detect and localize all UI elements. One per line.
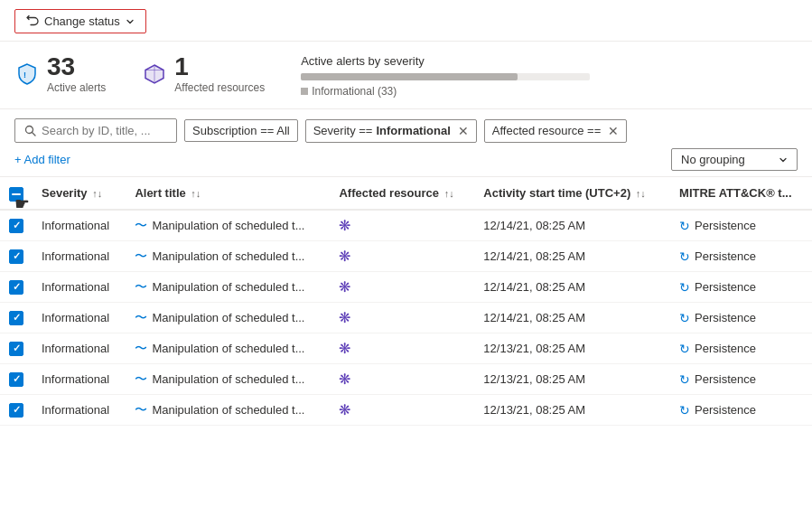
mitre-icon: ↻ (679, 372, 690, 387)
affected-resource-cell[interactable]: ❋ (330, 272, 474, 303)
affected-resource-filter-label: Affected resource == (492, 124, 601, 137)
grouping-dropdown[interactable]: No grouping (671, 148, 798, 171)
row-checkbox[interactable] (9, 280, 23, 295)
affected-resource-cell[interactable]: ❋ (330, 364, 474, 395)
alerts-table-container: ☛ Severity ↑↓ Alert title ↑↓ Affected re… (0, 177, 812, 426)
select-all-checkbox[interactable] (9, 187, 23, 202)
mitre-cell[interactable]: ↻Persistence (670, 272, 812, 303)
affected-resource-cell[interactable]: ❋ (330, 303, 474, 333)
row-select-cell[interactable] (0, 241, 33, 272)
mitre-cell[interactable]: ↻Persistence (670, 210, 812, 241)
row-select-cell[interactable] (0, 364, 33, 395)
alert-title-sort-icon: ↑↓ (191, 188, 201, 199)
row-select-cell[interactable] (0, 333, 33, 364)
alert-title-cell[interactable]: 〜Manipulation of scheduled t... (126, 395, 330, 426)
search-input[interactable] (42, 124, 159, 137)
row-select-cell[interactable] (0, 395, 33, 426)
severity-column-header[interactable]: Severity ↑↓ (33, 177, 126, 210)
waveform-icon: 〜 (135, 371, 147, 388)
active-alerts-label: Active alerts (47, 81, 106, 94)
severity-sort-icon: ↑↓ (92, 188, 102, 199)
waveform-icon: 〜 (135, 249, 147, 265)
search-box[interactable] (14, 118, 177, 143)
severity-chart: Active alerts by severity Informational … (301, 54, 798, 98)
mitre-cell[interactable]: ↻Persistence (670, 333, 812, 364)
activity-start-column-header[interactable]: Activity start time (UTC+2) ↑↓ (474, 177, 670, 210)
table-row[interactable]: Informational〜Manipulation of scheduled … (0, 395, 812, 426)
affected-resource-filter-close[interactable]: ✕ (608, 124, 619, 138)
affected-resource-column-header[interactable]: Affected resource ↑↓ (330, 177, 474, 210)
waveform-icon: 〜 (135, 310, 147, 326)
activity-start-header-label: Activity start time (UTC+2) (483, 186, 630, 200)
table-body: Informational〜Manipulation of scheduled … (0, 210, 812, 426)
table-row[interactable]: Informational〜Manipulation of scheduled … (0, 364, 812, 395)
resource-icon: ❋ (339, 279, 350, 295)
table-row[interactable]: Informational〜Manipulation of scheduled … (0, 210, 812, 241)
row-checkbox[interactable] (9, 372, 23, 387)
alert-title-cell[interactable]: 〜Manipulation of scheduled t... (126, 272, 330, 303)
row-checkbox[interactable] (9, 311, 23, 325)
grouping-chevron-icon (779, 155, 788, 164)
alert-title-text: Manipulation of scheduled t... (152, 249, 304, 263)
add-filter-button[interactable]: + Add filter (14, 153, 70, 166)
severity-filter-value: Informational (376, 124, 450, 137)
row-select-cell[interactable] (0, 303, 33, 333)
affected-resources-summary: 1 Affected resources (142, 54, 265, 94)
mitre-icon: ↻ (679, 403, 690, 418)
alert-title-cell[interactable]: 〜Manipulation of scheduled t... (126, 303, 330, 333)
severity-cell: Informational (33, 303, 126, 333)
severity-legend: Informational (33) (301, 85, 798, 98)
change-status-button[interactable]: Change status (14, 9, 146, 33)
mitre-cell[interactable]: ↻Persistence (670, 241, 812, 272)
affected-resource-cell[interactable]: ❋ (330, 395, 474, 426)
severity-filter-close[interactable]: ✕ (458, 124, 469, 138)
waveform-icon: 〜 (135, 341, 147, 357)
cube-icon (142, 61, 167, 87)
severity-cell: Informational (33, 364, 126, 395)
row-checkbox[interactable] (9, 219, 23, 233)
table-row[interactable]: Informational〜Manipulation of scheduled … (0, 303, 812, 333)
severity-bar-fill (301, 73, 518, 80)
row-select-cell[interactable] (0, 210, 33, 241)
alert-title-text: Manipulation of scheduled t... (152, 403, 304, 417)
affected-resources-count: 1 (174, 54, 265, 80)
mitre-tactic: Persistence (695, 249, 756, 263)
mitre-tactic: Persistence (695, 219, 756, 232)
mitre-cell[interactable]: ↻Persistence (670, 364, 812, 395)
subscription-filter-chip[interactable]: Subscription == All (184, 119, 298, 142)
severity-filter-chip[interactable]: Severity == Informational ✕ (305, 119, 477, 143)
table-row[interactable]: Informational〜Manipulation of scheduled … (0, 241, 812, 272)
mitre-column-header: MITRE ATT&CK® t... (670, 177, 812, 210)
alert-title-column-header[interactable]: Alert title ↑↓ (126, 177, 330, 210)
change-status-label: Change status (44, 14, 120, 28)
waveform-icon: 〜 (135, 279, 147, 296)
mitre-tactic: Persistence (695, 342, 756, 355)
alert-title-cell[interactable]: 〜Manipulation of scheduled t... (126, 241, 330, 272)
row-checkbox[interactable] (9, 249, 23, 264)
activity-start-cell: 12/14/21, 08:25 AM (474, 303, 670, 333)
select-all-header[interactable]: ☛ (0, 177, 33, 210)
affected-resource-filter-chip[interactable]: Affected resource == ✕ (484, 119, 627, 143)
severity-cell: Informational (33, 395, 126, 426)
table-row[interactable]: Informational〜Manipulation of scheduled … (0, 333, 812, 364)
top-bar: Change status (0, 0, 812, 42)
active-alerts-count: 33 (47, 54, 106, 80)
severity-bar-track (301, 73, 590, 80)
activity-start-cell: 12/13/21, 08:25 AM (474, 333, 670, 364)
mitre-cell[interactable]: ↻Persistence (670, 303, 812, 333)
mitre-icon: ↻ (679, 249, 690, 264)
affected-resource-cell[interactable]: ❋ (330, 241, 474, 272)
row-checkbox[interactable] (9, 403, 23, 418)
row-select-cell[interactable] (0, 272, 33, 303)
alert-title-cell[interactable]: 〜Manipulation of scheduled t... (126, 364, 330, 395)
mitre-icon: ↻ (679, 219, 690, 233)
severity-filter-prefix: Severity == (313, 124, 373, 137)
mitre-cell[interactable]: ↻Persistence (670, 395, 812, 426)
affected-resource-cell[interactable]: ❋ (330, 210, 474, 241)
row-checkbox[interactable] (9, 342, 23, 356)
resource-icon: ❋ (339, 218, 350, 233)
alert-title-cell[interactable]: 〜Manipulation of scheduled t... (126, 210, 330, 241)
table-row[interactable]: Informational〜Manipulation of scheduled … (0, 272, 812, 303)
alert-title-cell[interactable]: 〜Manipulation of scheduled t... (126, 333, 330, 364)
affected-resource-cell[interactable]: ❋ (330, 333, 474, 364)
